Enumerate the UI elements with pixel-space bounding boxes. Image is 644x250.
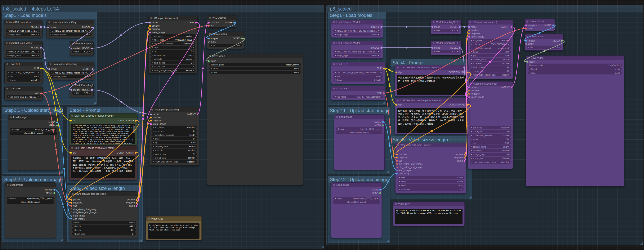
widget-left-arrow-icon[interactable]: ◀ bbox=[153, 161, 154, 162]
input-slot-model[interactable]: model bbox=[70, 47, 80, 50]
widget-right-arrow-icon[interactable]: ▶ bbox=[89, 34, 90, 36]
widget-height[interactable]: ◀height640▶ bbox=[398, 180, 464, 183]
widget-scheduler[interactable]: ◀schedulersimple▶ bbox=[152, 148, 197, 152]
node-header[interactable]: KSampler (Advanced) bbox=[148, 16, 197, 20]
widget-right-arrow-icon[interactable]: ▶ bbox=[380, 96, 382, 98]
input-dot-positive[interactable] bbox=[71, 199, 72, 200]
widget-value[interactable]: ◀l... wan2.2_i2v_lightx2v_4steps_lora_v1… bbox=[49, 29, 92, 32]
input-slot-positive[interactable]: positive bbox=[70, 198, 81, 201]
output-slot-latent[interactable]: LATENT bbox=[501, 86, 513, 89]
input-dot-vae[interactable] bbox=[71, 205, 72, 207]
widget-value[interactable]: ◀wan2.2_i2v_low_noise_14B_fp8_scaled.saf… bbox=[6, 50, 40, 53]
widget-right-arrow-icon[interactable]: ▶ bbox=[38, 75, 39, 77]
widget-cfg[interactable]: ◀cfg1.0▶ bbox=[150, 50, 196, 53]
widget-left-arrow-icon[interactable]: ◀ bbox=[528, 46, 529, 48]
node-load-clip[interactable]: Load CLIPCLIP◀clip... umt5_xxl_fp8_e4m3f… bbox=[4, 62, 43, 84]
input-dot-clip[interactable] bbox=[70, 152, 72, 154]
output-dot-latent[interactable] bbox=[510, 86, 512, 88]
widget-right-arrow-icon[interactable]: ▶ bbox=[508, 70, 510, 72]
node-collapse-dot[interactable] bbox=[333, 63, 335, 65]
input-dot-images[interactable] bbox=[525, 40, 527, 42]
widget-left-arrow-icon[interactable]: ◀ bbox=[8, 79, 9, 81]
node-vae-decode[interactable]: VAE DecodesamplesvaeIMAGE bbox=[524, 19, 555, 31]
widget-return-with-leftover-noise[interactable]: ◀return_with_leftover_noiseenable▶ bbox=[470, 73, 511, 76]
widget-left-arrow-icon[interactable]: ◀ bbox=[73, 229, 74, 231]
input-dot-samples[interactable] bbox=[208, 22, 210, 24]
widget-left-arrow-icon[interactable]: ◀ bbox=[335, 54, 336, 56]
input-slot-model[interactable]: model bbox=[48, 68, 58, 71]
input-slot-vae[interactable]: vae bbox=[525, 27, 532, 30]
output-slot-model[interactable]: MODEL bbox=[82, 47, 94, 50]
widget-scheduler[interactable]: ◀schedulersimple▶ bbox=[470, 149, 511, 152]
widget-left-arrow-icon[interactable]: ◀ bbox=[8, 72, 9, 73]
widget-right-arrow-icon[interactable]: ▶ bbox=[378, 51, 380, 52]
node-save-video[interactable]: Save Videovideofilename_prefixvideo/Comf… bbox=[207, 54, 303, 185]
input-slot-model[interactable]: model bbox=[150, 113, 159, 116]
node-collapse-dot[interactable] bbox=[433, 42, 434, 44]
input-slot-clip-vision-start-image[interactable]: clip_vision_start_image bbox=[396, 162, 423, 166]
node-save-video[interactable]: Save Videovideofilename_prefixvideo/Comf… bbox=[526, 56, 624, 186]
widget-right-arrow-icon[interactable]: ▶ bbox=[508, 150, 510, 152]
widget-length[interactable]: ◀length81▶ bbox=[72, 228, 136, 232]
widget-left-arrow-icon[interactable]: ◀ bbox=[338, 128, 339, 130]
input-dot-end-image[interactable] bbox=[71, 218, 72, 220]
output-dot-latent[interactable] bbox=[136, 205, 138, 207]
node-header[interactable]: KSampler (Advanced) bbox=[468, 82, 513, 86]
widget-right-arrow-icon[interactable]: ▶ bbox=[51, 197, 52, 199]
widget-left-arrow-icon[interactable]: ◀ bbox=[471, 130, 472, 132]
node-collapse-dot[interactable] bbox=[333, 42, 335, 44]
output-dot-model[interactable] bbox=[91, 89, 93, 91]
node-collapse-dot[interactable] bbox=[336, 116, 338, 118]
widget-left-arrow-icon[interactable]: ◀ bbox=[471, 154, 472, 155]
input-slot-latent-image[interactable]: latent_image bbox=[148, 31, 165, 34]
output-slot-model[interactable]: MODEL bbox=[31, 46, 42, 49]
output-slot-mask[interactable]: MASK bbox=[375, 124, 384, 127]
widget-left-arrow-icon[interactable]: ◀ bbox=[399, 184, 400, 186]
input-slot-positive[interactable]: positive bbox=[148, 24, 160, 27]
widget-device[interactable]: ◀devicedefault▶ bbox=[333, 78, 383, 82]
widget-left-arrow-icon[interactable]: ◀ bbox=[152, 35, 153, 37]
widget-left-arrow-icon[interactable]: ◀ bbox=[153, 138, 154, 140]
node-header[interactable]: Video Size bbox=[393, 202, 464, 206]
widget-right-arrow-icon[interactable]: ▶ bbox=[89, 51, 90, 52]
node-header[interactable]: CLIP Text Encode (Negative Prompt) bbox=[395, 98, 469, 103]
widget-right-arrow-icon[interactable]: ▶ bbox=[193, 39, 194, 40]
widget-right-arrow-icon[interactable]: ▶ bbox=[38, 51, 39, 52]
input-dot-model[interactable] bbox=[71, 48, 72, 50]
widget-left-arrow-icon[interactable]: ◀ bbox=[73, 233, 74, 235]
node-wanfirstlastframetovideo[interactable]: WanFirstLastFrameToVideopositivenegative… bbox=[395, 142, 466, 194]
node-modelsamplingsd3[interactable]: ModelSamplingSD3modelMODEL◀shift5.00▶ bbox=[70, 41, 94, 56]
widget-left-arrow-icon[interactable]: ◀ bbox=[471, 134, 472, 136]
output-dot-mask[interactable] bbox=[54, 192, 55, 194]
input-slot-clip[interactable]: clip bbox=[70, 119, 76, 122]
widget-end-at-step[interactable]: ◀end_at_step10▶ bbox=[470, 69, 511, 72]
widget-strength-model[interactable]: ◀strength_model1.00▶ bbox=[49, 33, 92, 36]
widget-right-arrow-icon[interactable]: ▶ bbox=[194, 153, 196, 155]
widget-left-arrow-icon[interactable]: ◀ bbox=[152, 58, 153, 60]
node-header[interactable]: WanFirstLastFrameToVideo bbox=[396, 143, 466, 148]
node-header[interactable]: Load VAE bbox=[332, 86, 385, 91]
widget-scheduler[interactable]: ◀schedulersimple▶ bbox=[470, 62, 511, 65]
node-header[interactable]: Load Image bbox=[8, 115, 58, 120]
node-ksampler-advanced[interactable]: KSampler (Advanced)modelpositivenegative… bbox=[468, 81, 513, 169]
input-slot-negative[interactable]: negative bbox=[396, 156, 408, 159]
widget-right-arrow-icon[interactable]: ▶ bbox=[90, 72, 91, 74]
widget-left-arrow-icon[interactable]: ◀ bbox=[73, 222, 74, 223]
node-collapse-dot[interactable] bbox=[72, 84, 74, 86]
node-header[interactable]: CLIP Text Encode (Positive Prompt) bbox=[395, 65, 469, 70]
output-dot-image[interactable] bbox=[382, 121, 384, 123]
widget-height[interactable]: ◀height640▶ bbox=[72, 224, 136, 228]
widget-left-arrow-icon[interactable]: ◀ bbox=[471, 62, 472, 64]
widget-start-at-step[interactable]: ◀start_at_step0▶ bbox=[150, 61, 196, 64]
node-collapse-dot[interactable] bbox=[71, 115, 73, 117]
widget-right-arrow-icon[interactable]: ▶ bbox=[194, 161, 196, 162]
output-slot-conditioning[interactable]: CONDITIONING bbox=[117, 151, 137, 154]
input-slot-negative[interactable]: negative bbox=[148, 28, 160, 31]
output-dot-model[interactable] bbox=[91, 26, 93, 28]
node-collapse-dot[interactable] bbox=[209, 55, 211, 57]
prompt-textarea[interactable]: 冰晶组成的小猫突然被惊醒，愤怒的它抬头，渐渐长出色彩毛发变成为一个巨兽，危险一样… bbox=[397, 75, 467, 95]
widget-right-arrow-icon[interactable]: ▶ bbox=[508, 146, 510, 148]
widget-shift[interactable]: ◀shift8.00▶ bbox=[433, 29, 459, 32]
textarea-scrollbar[interactable] bbox=[133, 126, 134, 134]
widget-right-arrow-icon[interactable]: ▶ bbox=[38, 72, 39, 73]
